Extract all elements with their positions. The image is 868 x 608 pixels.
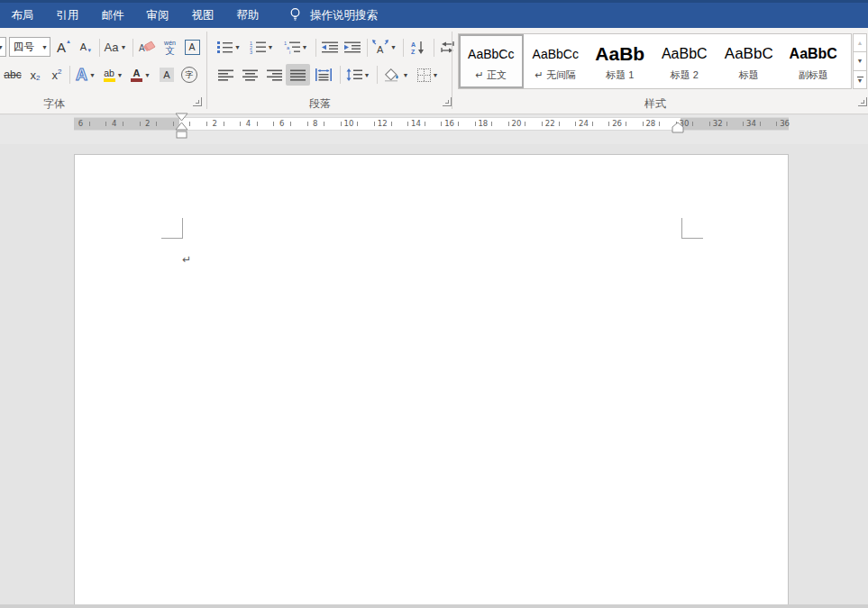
gallery-scroll-down-button[interactable]: ▼	[854, 52, 866, 70]
clear-formatting-button[interactable]: A	[135, 36, 159, 58]
ruler-tick	[643, 122, 644, 126]
ruler-tick	[692, 122, 693, 126]
crop-mark-top-right	[681, 238, 703, 239]
ruler-tick	[441, 122, 442, 126]
svg-text:3: 3	[250, 49, 252, 54]
increase-indent-button[interactable]	[342, 36, 363, 58]
chevron-down-icon: ▼	[117, 72, 123, 78]
style-preview: AaBbC	[790, 41, 837, 68]
ribbon: ▼ 四号 ▼ A▲ A▼ Aa▼	[0, 28, 868, 114]
enclose-characters-button[interactable]: 字	[178, 64, 200, 86]
tab-视图[interactable]: 视图	[180, 3, 225, 28]
tab-审阅[interactable]: 审阅	[135, 3, 180, 28]
ruler-tick	[257, 122, 258, 126]
hanging-indent-marker[interactable]	[175, 122, 188, 131]
eraser-icon: A	[138, 40, 156, 55]
style-subtitle[interactable]: AaBbC副标题	[781, 34, 846, 88]
justify-icon	[290, 69, 306, 81]
align-center-button[interactable]	[239, 64, 260, 86]
styles-gallery-scrollbar: ▲ ▼ ▼	[853, 33, 867, 89]
borders-button[interactable]: ▼	[413, 64, 443, 86]
ruler-tick	[709, 122, 710, 126]
superscript-button[interactable]: x2	[47, 64, 67, 86]
paint-bucket-icon	[383, 68, 401, 82]
ruler-tick	[743, 122, 744, 126]
style-preview: AaBbCc	[533, 41, 579, 68]
align-left-button[interactable]	[215, 64, 236, 86]
styles-dialog-launcher-icon[interactable]	[858, 97, 867, 106]
paragraph-dialog-launcher-icon[interactable]	[443, 97, 452, 106]
horizontal-scrollbar-track[interactable]	[0, 604, 868, 608]
font-color-button[interactable]: A ▼	[127, 64, 154, 86]
gallery-scroll-up-button[interactable]: ▲	[854, 34, 866, 52]
svg-text:Z: Z	[411, 49, 416, 54]
styles-group-label: 样式	[452, 97, 859, 110]
crop-mark-top-left	[161, 238, 183, 239]
ruler-tick	[407, 122, 408, 126]
gallery-more-button[interactable]: ▼	[854, 71, 866, 88]
ruler-number: 4	[112, 118, 116, 130]
chevron-down-icon: ▼	[364, 72, 370, 78]
change-case-button[interactable]: Aa▼	[102, 36, 129, 58]
character-shading-button[interactable]: A	[156, 64, 178, 86]
style-title[interactable]: AaBbC标题	[717, 34, 781, 88]
style-preview: AaBbC	[662, 41, 708, 68]
style-normal[interactable]: AaBbCc↵ 正文	[459, 34, 524, 88]
shrink-font-button[interactable]: A▼	[77, 36, 96, 58]
ruler-tick	[357, 122, 358, 126]
chevron-down-icon: ▼	[144, 72, 151, 78]
bullets-button[interactable]: ▼	[215, 36, 243, 58]
align-left-icon	[218, 69, 233, 81]
phonetic-guide-button[interactable]: wén 文	[160, 36, 180, 58]
ruler-tick	[374, 122, 375, 126]
chevron-down-icon: ▼	[302, 44, 308, 50]
distribute-button[interactable]	[312, 64, 335, 86]
line-spacing-button[interactable]: ▼	[343, 64, 372, 86]
chevron-down-icon: ▼	[120, 44, 126, 50]
svg-text:i: i	[289, 49, 290, 54]
chevron-down-icon: ▼	[268, 44, 274, 50]
highlight-icon: ab	[104, 68, 115, 82]
tab-帮助[interactable]: 帮助	[225, 3, 270, 28]
style-nospacing[interactable]: AaBbCc↵ 无间隔	[524, 34, 589, 88]
asian-layout-button[interactable]: A ▼	[370, 36, 399, 58]
font-dialog-launcher-icon[interactable]	[193, 97, 202, 106]
ruler-tick	[776, 122, 777, 126]
ruler-right-margin	[681, 118, 789, 130]
first-line-indent-marker[interactable]	[175, 113, 188, 122]
multilevel-list-button[interactable]: 1 a i ▼	[280, 36, 311, 58]
ruler-tick	[173, 122, 174, 126]
numbering-button[interactable]: 1 2 3 ▼	[246, 36, 277, 58]
bullet-list-icon	[217, 41, 233, 53]
svg-text:A: A	[411, 41, 416, 48]
tell-me-search[interactable]: 操作说明搜索	[288, 3, 378, 28]
justify-button[interactable]	[286, 64, 310, 86]
text-effects-button[interactable]: A▼	[72, 64, 99, 86]
font-size-combo[interactable]: 四号 ▼	[9, 37, 50, 57]
tab-引用[interactable]: 引用	[45, 3, 90, 28]
ruler-number: 16	[444, 118, 454, 130]
character-border-button[interactable]: A	[181, 36, 203, 58]
text-highlight-button[interactable]: ab ▼	[99, 64, 127, 86]
font-group: ▼ 四号 ▼ A▲ A▼ Aa▼	[0, 28, 206, 114]
numbered-list-icon: 1 2 3	[250, 41, 266, 54]
subscript-button[interactable]: x2	[25, 64, 45, 86]
right-indent-marker[interactable]	[672, 122, 684, 133]
decrease-indent-button[interactable]	[319, 36, 341, 58]
ruler-tick	[189, 122, 190, 126]
line-spacing-icon	[346, 68, 362, 81]
style-heading2[interactable]: AaBbC标题 2	[653, 34, 717, 88]
strikethrough-button[interactable]: abc	[1, 64, 24, 86]
align-right-button[interactable]	[263, 64, 285, 86]
tab-邮件[interactable]: 邮件	[90, 3, 135, 28]
ruler-number: 20	[512, 118, 522, 130]
document-page[interactable]: ↵	[74, 154, 789, 604]
shading-button[interactable]: ▼	[380, 64, 411, 86]
sort-button[interactable]: A Z	[407, 36, 430, 58]
font-name-combo[interactable]: ▼	[0, 37, 6, 57]
left-indent-marker[interactable]	[176, 131, 187, 139]
tab-布局[interactable]: 布局	[0, 3, 45, 28]
grow-font-button[interactable]: A▲	[53, 36, 75, 58]
style-name: ↵ 无间隔	[535, 68, 576, 82]
style-heading1[interactable]: AaBb标题 1	[588, 34, 653, 88]
